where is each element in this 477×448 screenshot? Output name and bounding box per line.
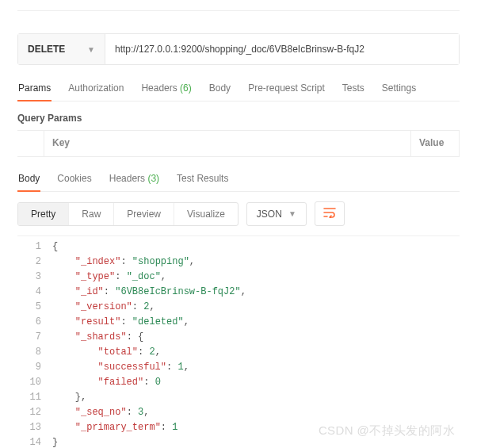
line-number: 14 — [17, 435, 52, 448]
view-preview[interactable]: Preview — [114, 203, 174, 225]
line-number: 8 — [17, 345, 52, 360]
code-line: 6 "result": "deleted", — [17, 315, 460, 330]
code-line: 12 "_seq_no": 3, — [17, 405, 460, 420]
view-raw[interactable]: Raw — [69, 203, 114, 225]
code-content: "_primary_term": 1 — [52, 420, 177, 435]
code-content: "_type": "_doc", — [52, 270, 166, 285]
code-content: { — [52, 239, 58, 255]
request-tabs: Params Authorization Headers (6) Body Pr… — [17, 82, 460, 101]
view-visualize[interactable]: Visualize — [174, 203, 238, 225]
code-content: "failed": 0 — [52, 375, 161, 390]
method-select[interactable]: DELETE ▼ — [18, 34, 105, 64]
url-input[interactable] — [105, 34, 459, 64]
code-content: } — [52, 435, 58, 448]
code-content: "_version": 2, — [52, 300, 155, 315]
resp-tab-cookies[interactable]: Cookies — [56, 173, 92, 191]
code-line: 2 "_index": "shopping", — [17, 255, 460, 270]
code-content: "_shards": { — [52, 330, 143, 345]
chevron-down-icon: ▼ — [87, 45, 95, 54]
format-label: JSON — [257, 209, 282, 220]
wrap-icon — [323, 207, 336, 218]
response-body[interactable]: 1{2 "_index": "shopping",3 "_type": "_do… — [17, 235, 460, 448]
query-params-table: Key Value — [17, 130, 460, 157]
tab-body[interactable]: Body — [208, 82, 231, 101]
tab-tests[interactable]: Tests — [342, 82, 365, 101]
method-label: DELETE — [28, 44, 65, 55]
code-content: "_id": "6VB8eIcBrinsw-B-fqJ2", — [52, 285, 246, 300]
request-row: DELETE ▼ — [17, 33, 460, 65]
tab-settings[interactable]: Settings — [381, 82, 417, 101]
line-number: 7 — [17, 330, 52, 345]
code-content: "result": "deleted", — [52, 315, 189, 330]
headers-count: (6) — [180, 82, 192, 94]
line-number: 5 — [17, 300, 52, 315]
line-number: 12 — [17, 405, 52, 420]
wrap-lines-button[interactable] — [315, 201, 345, 226]
line-number: 9 — [17, 360, 52, 375]
top-divider — [17, 6, 460, 11]
line-number: 6 — [17, 315, 52, 330]
qp-value-header[interactable]: Value — [411, 131, 459, 156]
resp-headers-label: Headers — [109, 173, 145, 184]
qp-checkbox-col[interactable] — [17, 131, 44, 156]
line-number: 1 — [17, 239, 52, 255]
code-line: 9 "successful": 1, — [17, 360, 460, 375]
tab-headers[interactable]: Headers (6) — [140, 82, 192, 101]
response-controls: Pretty Raw Preview Visualize JSON ▼ — [17, 201, 460, 226]
code-content: "_index": "shopping", — [52, 255, 195, 270]
code-content: "_seq_no": 3, — [52, 405, 149, 420]
code-line: 4 "_id": "6VB8eIcBrinsw-B-fqJ2", — [17, 285, 460, 300]
format-select[interactable]: JSON ▼ — [246, 202, 307, 226]
code-content: }, — [52, 390, 86, 405]
code-content: "total": 2, — [52, 345, 161, 360]
code-line: 10 "failed": 0 — [17, 375, 460, 390]
line-number: 13 — [17, 420, 52, 435]
line-number: 11 — [17, 390, 52, 405]
line-number: 4 — [17, 285, 52, 300]
code-line: 11 }, — [17, 390, 460, 405]
response-tabs: Body Cookies Headers (3) Test Results — [17, 173, 460, 192]
code-line: 8 "total": 2, — [17, 345, 460, 360]
code-line: 1{ — [17, 239, 460, 255]
resp-tab-body[interactable]: Body — [17, 173, 40, 192]
tab-headers-label: Headers — [141, 82, 177, 94]
qp-key-header[interactable]: Key — [44, 131, 411, 156]
tab-params[interactable]: Params — [17, 82, 52, 101]
code-content: "successful": 1, — [52, 360, 189, 375]
watermark: CSDN @不掉头发的阿水 — [319, 423, 455, 438]
view-mode-segment: Pretty Raw Preview Visualize — [17, 202, 238, 226]
code-line: 7 "_shards": { — [17, 330, 460, 345]
line-number: 2 — [17, 255, 52, 270]
resp-headers-count: (3) — [147, 173, 159, 184]
query-params-title: Query Params — [17, 113, 460, 124]
line-number: 3 — [17, 270, 52, 285]
line-number: 10 — [17, 375, 52, 390]
tab-prerequest[interactable]: Pre-request Script — [247, 82, 326, 101]
resp-tab-tests[interactable]: Test Results — [176, 173, 229, 191]
code-line: 3 "_type": "_doc", — [17, 270, 460, 285]
tab-authorization[interactable]: Authorization — [67, 82, 124, 101]
resp-tab-headers[interactable]: Headers (3) — [109, 173, 160, 191]
chevron-down-icon: ▼ — [288, 209, 296, 218]
view-pretty[interactable]: Pretty — [18, 203, 69, 225]
code-line: 5 "_version": 2, — [17, 300, 460, 315]
